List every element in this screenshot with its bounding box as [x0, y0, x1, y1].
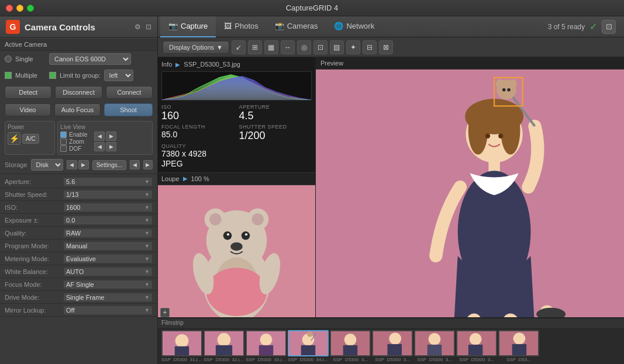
lv-zoom-check[interactable] [60, 138, 67, 145]
filmstrip-item-31[interactable]: SSP_D5300_31.jpg [161, 330, 202, 362]
tool-box-icon[interactable]: ⊟ [363, 40, 377, 54]
aperture-value-box[interactable]: 5.6 ▼ [63, 177, 153, 186]
lv-enable-check[interactable] [60, 131, 67, 138]
gear-icon[interactable]: ⚙ [135, 23, 141, 31]
filmstrip-thumb-34 [288, 330, 329, 356]
filmstrip-label-36: SSP_D5300_3... [372, 357, 413, 362]
tab-network[interactable]: 🌐 Network [326, 16, 382, 37]
single-camera-row: Single Canon EOS 600D [0, 51, 157, 67]
ready-status: 3 of 5 ready [548, 23, 585, 31]
tool-crop-icon[interactable]: ⊡ [313, 40, 327, 54]
minimize-button[interactable] [16, 5, 23, 12]
maximize-button[interactable] [27, 5, 34, 12]
loupe-panel: Loupe ▶ 100 % [158, 173, 315, 317]
drive-value: Single Frame [66, 294, 104, 301]
lv-dof-check[interactable] [60, 145, 67, 152]
camera-model-select[interactable]: Canon EOS 600D [49, 53, 131, 65]
ac-button[interactable]: A/C [22, 134, 39, 144]
focus-value-box[interactable]: AF Single ▼ [63, 280, 153, 289]
settings-arrow-r[interactable]: ▶ [143, 160, 153, 169]
window-controls[interactable] [6, 5, 34, 12]
limit-checkbox[interactable] [49, 72, 56, 79]
info-loupe-panel: Info ▶ SSP_D5300_53.jpg [158, 57, 316, 317]
info-play-icon[interactable]: ▶ [175, 61, 180, 68]
close-button[interactable] [6, 5, 13, 12]
filmstrip-item-36[interactable]: SSP_D5300_3... [372, 330, 413, 362]
loupe-add-button[interactable]: + [160, 308, 170, 317]
filmstrip-item-33[interactable]: SSP_D5300_33.jpg [246, 330, 287, 362]
loupe-play-icon[interactable]: ▶ [183, 175, 188, 182]
tab-photos[interactable]: 🖼 Photos [216, 16, 266, 37]
auto-focus-button[interactable]: Auto Focus [54, 103, 101, 116]
quality-value-box[interactable]: RAW ▼ [63, 228, 153, 238]
program-value-box[interactable]: Manual ▼ [63, 241, 153, 251]
aperture-row: Aperture: 5.6 ▼ [0, 175, 157, 188]
connect-button[interactable]: Connect [106, 86, 153, 99]
disconnect-button[interactable]: Disconnect [55, 86, 102, 99]
settings-button[interactable]: Settings... [92, 160, 126, 170]
exposure-value: 0.0 [66, 217, 75, 224]
single-label: Single [15, 56, 46, 63]
detect-button[interactable]: Detect [5, 86, 51, 99]
filmstrip-item-35[interactable]: SSP_D5300_3... [330, 330, 371, 362]
lv-arrow-up[interactable]: ◀ [94, 142, 105, 151]
drive-value-box[interactable]: Single Frame ▼ [63, 293, 153, 302]
live-view-title: Live View [60, 124, 150, 130]
metering-value-box[interactable]: Evaluative ▼ [63, 254, 153, 264]
storage-next[interactable]: ▶ [78, 160, 89, 169]
display-options-button[interactable]: Display Options ▼ [163, 41, 229, 54]
tab-capture[interactable]: 📷 Capture [160, 16, 216, 37]
shutter-value-box[interactable]: 1/13 ▼ [63, 190, 153, 199]
filmstrip-thumb-35 [330, 330, 371, 356]
lv-zoom-label: Zoom [69, 138, 84, 145]
filmstrip-label-38: SSP_D5300_3... [456, 357, 497, 362]
video-button[interactable]: Video [5, 103, 51, 116]
iso-value-box[interactable]: 1600 ▼ [63, 203, 153, 212]
storage-prev[interactable]: ◀ [67, 160, 77, 169]
tool-focus-icon[interactable]: ◎ [297, 40, 311, 54]
tool-zebra-icon[interactable]: ▨ [330, 40, 344, 54]
tool-histogram-icon[interactable]: ▦ [264, 40, 278, 54]
wb-value-box[interactable]: AUTO ▼ [63, 267, 153, 276]
focal-info-value: 85.0 [161, 130, 235, 140]
tool-rotate-icon[interactable]: ↙ [232, 40, 246, 54]
svg-point-48 [307, 331, 312, 337]
filmstrip-item-37[interactable]: SSP_D5300_3... [414, 330, 455, 362]
power-label: Power [8, 124, 52, 130]
lv-arrow-controls: ◀ ▶ ◀ ▶ [94, 131, 116, 152]
single-radio[interactable] [5, 56, 12, 63]
lv-dof-option: DOF [60, 145, 87, 152]
multiple-checkbox[interactable] [5, 72, 12, 79]
tool-sun-icon[interactable]: ✦ [346, 40, 360, 54]
tool-arrows-icon[interactable]: ↔ [281, 40, 295, 54]
storage-select[interactable]: Disk [31, 159, 63, 171]
tab-cameras[interactable]: 📸 Cameras [267, 16, 326, 37]
tool-overlay-icon[interactable]: ⊠ [379, 40, 393, 54]
exposure-value-box[interactable]: 0.0 ▼ [63, 216, 153, 225]
shoot-button[interactable]: Shoot [104, 103, 153, 116]
filmstrip-item-32[interactable]: SSP_D5300_32.jpg [204, 330, 244, 362]
settings-arrow-l[interactable]: ◀ [130, 160, 139, 169]
lv-arrow-left[interactable]: ◀ [94, 131, 105, 141]
svg-point-9 [227, 233, 229, 235]
focal-info: FOCAL LENGTH 85.0 [161, 124, 235, 143]
svg-rect-40 [216, 345, 232, 356]
filmstrip-item-38[interactable]: SSP_D5300_3... [456, 330, 497, 362]
program-label: Program Mode: [5, 242, 63, 249]
tool-grid-icon[interactable]: ⊞ [248, 40, 262, 54]
filmstrip: Filmstrip SSP_D5300_31.jpg SSP_D5300_32.… [158, 317, 624, 364]
iso-label: ISO: [5, 204, 63, 211]
filmstrip-label-35: SSP_D5300_3... [330, 357, 371, 362]
info-filename: SSP_D5300_53.jpg [184, 61, 240, 68]
lv-arrow-right[interactable]: ▶ [106, 131, 116, 141]
iso-value: 1600 [66, 204, 80, 211]
lv-arrow-down[interactable]: ▶ [106, 142, 116, 151]
group-select[interactable]: left [104, 70, 133, 81]
filmstrip-item-34[interactable]: SSP_D5300_34.jpg [288, 330, 329, 362]
settings-icon[interactable]: ⊡ [146, 23, 151, 31]
mirror-value-box[interactable]: Off ▼ [63, 306, 153, 315]
filmstrip-item-39[interactable]: SSP_D53... [498, 330, 539, 362]
capture-button[interactable]: ⊡ [602, 20, 616, 34]
svg-point-6 [251, 213, 264, 226]
metering-label: Metering Mode: [5, 255, 63, 262]
